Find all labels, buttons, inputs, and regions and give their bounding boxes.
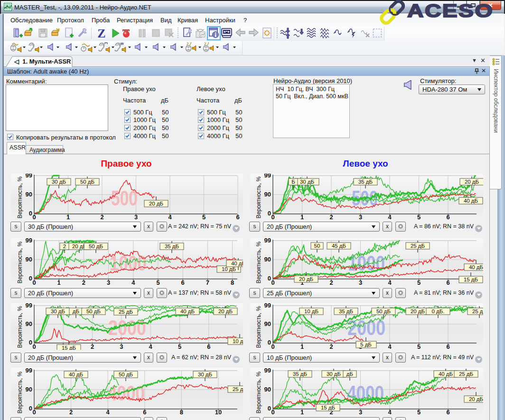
svg-text:30 дБ: 30 дБ [327,371,341,377]
svg-text:3: 3 [359,214,362,220]
svg-text:20 дБ: 20 дБ [218,308,233,314]
svg-text:35 дБ: 35 дБ [358,179,373,185]
svg-text:10 дБ: 10 дБ [304,308,318,314]
svg-text:99: 99 [26,303,32,309]
svg-text:0: 0 [32,279,36,285]
svg-text:3: 3 [359,279,362,285]
svg-text:ACESO: ACESO [407,0,494,21]
svg-text:5: 5 [417,409,421,416]
svg-text:3: 3 [359,409,362,416]
svg-text:25 дБ: 25 дБ [119,309,133,315]
svg-text:0: 0 [271,343,274,350]
svg-text:25 дБ: 25 дБ [459,371,473,377]
svg-text:1: 1 [300,343,304,350]
svg-text:30 дБ: 30 дБ [52,179,66,185]
svg-text:0: 0 [29,405,32,412]
svg-text:40 дБ: 40 дБ [469,264,483,270]
svg-text:40 дБ: 40 дБ [464,198,478,204]
svg-text:6: 6 [181,279,185,285]
svg-text:Б: Б [291,179,295,185]
svg-text:90: 90 [264,256,271,263]
svg-text:2: 2 [82,279,85,285]
svg-text:1: 1 [300,214,304,220]
svg-text:Вероятность, %: Вероятность, % [255,241,262,283]
svg-text:1: 1 [300,409,304,416]
svg-text:2: 2 [91,343,94,350]
svg-text:99: 99 [26,174,32,179]
svg-text:5: 5 [417,279,421,285]
svg-text:2: 2 [69,409,73,416]
svg-text:Вероятность, %: Вероятность, % [17,176,23,218]
svg-text:20 дБ: 20 дБ [465,179,479,185]
svg-text:50 дБ: 50 дБ [119,372,133,377]
svg-text:6: 6 [446,343,449,350]
svg-text:0: 0 [29,339,32,346]
svg-text:5 дБ: 5 дБ [360,342,372,347]
svg-text:0: 0 [32,343,36,350]
svg-text:15 дБ: 15 дБ [62,345,76,350]
svg-text:4: 4 [388,279,392,285]
svg-text:4: 4 [388,343,392,350]
svg-text:4: 4 [131,279,135,285]
svg-text:10 дБ: 10 дБ [222,266,236,272]
svg-text:0: 0 [268,405,271,412]
svg-text:50 дБ: 50 дБ [89,243,103,249]
svg-text:1: 1 [66,214,70,220]
svg-text:0: 0 [271,279,274,285]
svg-text:99: 99 [264,368,271,374]
svg-text:Z: Z [97,28,105,39]
svg-text:1: 1 [57,279,61,285]
svg-text:4: 4 [388,409,392,416]
svg-text:40 дБ: 40 дБ [439,371,453,377]
svg-text:Вероятность, %: Вероятность, % [255,176,262,218]
svg-text:Вероятность, %: Вероятность, % [17,371,23,413]
svg-text:90: 90 [26,386,32,393]
svg-text:25 дБ: 25 дБ [233,386,243,392]
svg-text:25 дБ: 25 дБ [472,308,483,314]
svg-text:0: 0 [268,339,271,346]
svg-text:90: 90 [264,320,271,327]
svg-text:2: 2 [329,214,333,220]
svg-text:0: 0 [268,210,271,217]
svg-text:0 дБ.: 0 дБ. [431,308,444,314]
svg-text:5: 5 [156,279,159,285]
svg-text:20 дБ: 20 дБ [149,201,163,206]
svg-text:15 дБ: 15 дБ [464,277,478,282]
svg-text:30 дБ: 30 дБ [300,179,314,185]
svg-text:50 дБ: 50 дБ [80,179,94,185]
svg-text:50 дБ: 50 дБ [86,308,101,314]
svg-text:2: 2 [63,243,66,249]
svg-text:2: 2 [329,279,333,285]
svg-text:10: 10 [215,409,222,416]
svg-text:10 дБ: 10 дБ [233,338,243,344]
svg-text:7: 7 [206,279,209,285]
svg-text:4: 4 [388,214,392,220]
svg-text:дБ: дБ [346,371,353,377]
svg-text:500: 500 [111,186,138,210]
svg-text:0: 0 [29,210,32,217]
svg-text:45 дБ: 45 дБ [332,243,346,249]
svg-text:90: 90 [264,191,271,198]
svg-text:0: 0 [271,214,274,220]
svg-text:0: 0 [32,214,36,220]
svg-text:Вероятность, %: Вероятность, % [17,306,23,348]
svg-text:дБ: дБ [73,308,79,314]
svg-text:8: 8 [180,409,183,416]
svg-text:90: 90 [264,386,271,393]
svg-text:6: 6 [236,214,239,220]
svg-text:6: 6 [207,343,210,350]
svg-text:2: 2 [329,343,333,350]
svg-text:40 дБ: 40 дБ [180,308,195,314]
svg-text:35 дБ: 35 дБ [339,308,353,314]
svg-text:30 дБ: 30 дБ [51,308,65,314]
svg-text:5: 5 [178,343,181,350]
svg-text:8: 8 [231,279,234,285]
svg-text:4: 4 [106,409,110,416]
svg-text:4: 4 [149,343,153,350]
svg-text:90: 90 [26,191,32,198]
svg-text:30 дБ: 30 дБ [198,372,212,377]
svg-text:6: 6 [143,409,146,416]
svg-text:3: 3 [107,279,110,285]
svg-text:0: 0 [32,409,36,416]
svg-text:3: 3 [134,214,138,220]
